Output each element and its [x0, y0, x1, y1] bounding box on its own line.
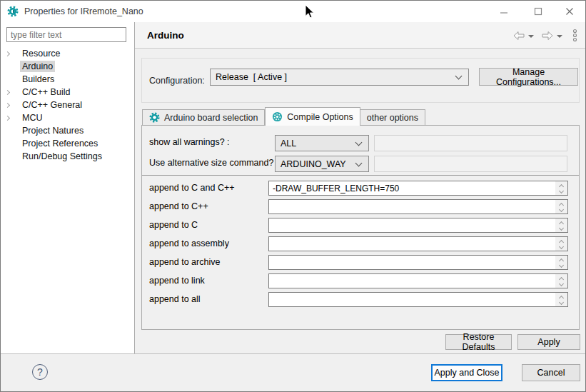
- text-input[interactable]: [269, 218, 555, 232]
- chevron-down-icon: [355, 139, 363, 146]
- field-spinner[interactable]: [555, 181, 567, 195]
- append-archive-input[interactable]: [268, 255, 568, 270]
- window-title: Properties for IRremote_Nano: [24, 6, 143, 16]
- append-all-input[interactable]: [268, 292, 568, 307]
- field-spinner[interactable]: [555, 200, 567, 213]
- maximize-button[interactable]: [530, 5, 546, 18]
- compile-options-panel: show all warnings? : ALL Use alternative…: [141, 125, 580, 330]
- restore-defaults-button[interactable]: Restore Defaults: [445, 334, 512, 350]
- sidebar-item-resource[interactable]: Resource: [1, 47, 134, 60]
- sidebar-item-ccpp-build[interactable]: C/C++ Build: [1, 86, 134, 99]
- text-input[interactable]: [269, 256, 555, 269]
- chevron-right-icon[interactable]: [5, 115, 10, 120]
- select-value: ARDUINO_WAY: [276, 159, 356, 169]
- apply-button[interactable]: Apply: [517, 334, 580, 350]
- configuration-select[interactable]: Release [ Active ]: [210, 69, 469, 86]
- cancel-button[interactable]: Cancel: [522, 364, 580, 381]
- spinner-down-icon[interactable]: [559, 281, 564, 286]
- configuration-group: Configuration: Release [ Active ] Manage…: [141, 58, 580, 103]
- alt-size-command-label: Use alternative size command? :: [149, 158, 278, 168]
- sidebar-item-label: C/C++ Build: [20, 86, 72, 98]
- chevron-down-icon: [355, 159, 363, 166]
- sidebar-item-label: Builders: [20, 74, 56, 85]
- sloeber-gear-icon: [7, 6, 19, 17]
- sidebar-item-label: Project Natures: [20, 125, 86, 136]
- alt-size-command-select[interactable]: ARDUINO_WAY: [275, 156, 369, 172]
- sidebar-item-builders[interactable]: Builders: [1, 73, 134, 86]
- text-input[interactable]: [269, 274, 555, 288]
- section-divider: [142, 175, 579, 176]
- sidebar-item-ccpp-general[interactable]: C/C++ General: [1, 99, 134, 111]
- text-input[interactable]: [269, 200, 555, 213]
- sidebar-item-label: MCU: [20, 112, 44, 124]
- spinner-down-icon[interactable]: [559, 207, 564, 212]
- minimize-button[interactable]: [496, 5, 512, 18]
- alt-size-extra-field-disabled: [374, 156, 567, 172]
- sidebar-item-project-references[interactable]: Project References: [1, 137, 134, 150]
- append-link-label: append to link: [149, 276, 205, 286]
- dialog-button-bar: ? Apply and Close Cancel: [1, 353, 585, 392]
- close-button[interactable]: [562, 5, 577, 18]
- append-assembly-label: append to assembly: [149, 238, 229, 248]
- append-link-input[interactable]: [268, 273, 568, 288]
- append-c-input[interactable]: [268, 218, 568, 233]
- sidebar-item-mcu[interactable]: MCU: [1, 111, 134, 124]
- close-icon: [565, 7, 574, 16]
- sidebar-item-run-debug-settings[interactable]: Run/Debug Settings: [1, 150, 134, 163]
- chevron-right-icon[interactable]: [5, 51, 10, 56]
- sidebar-item-label: Project References: [20, 138, 100, 149]
- tab-label: Arduino board selection: [164, 113, 258, 123]
- chevron-right-icon[interactable]: [5, 89, 10, 94]
- sidebar-item-label: C/C++ General: [20, 99, 84, 111]
- manage-configurations-button[interactable]: Manage Configurations...: [479, 68, 578, 86]
- select-value: ALL: [276, 139, 356, 149]
- append-cpp-input[interactable]: [268, 199, 568, 214]
- spinner-down-icon[interactable]: [559, 300, 564, 305]
- help-button[interactable]: ?: [32, 364, 48, 380]
- apply-and-close-button[interactable]: Apply and Close: [431, 364, 502, 381]
- sidebar-item-label: Arduino: [20, 61, 55, 72]
- spinner-down-icon[interactable]: [559, 226, 564, 231]
- spinner-down-icon[interactable]: [559, 189, 564, 194]
- field-spinner[interactable]: [555, 274, 567, 288]
- chevron-down-icon: [455, 73, 463, 80]
- chevron-right-icon[interactable]: [5, 102, 10, 107]
- append-all-label: append to all: [149, 294, 201, 304]
- properties-dialog: Properties for IRremote_Nano Resource: [0, 0, 586, 392]
- filter-input[interactable]: [6, 27, 126, 42]
- append-c-label: append to C: [149, 220, 198, 230]
- titlebar: Properties for IRremote_Nano: [1, 1, 585, 22]
- field-spinner[interactable]: [555, 218, 567, 232]
- spinner-down-icon[interactable]: [559, 263, 564, 268]
- tab-other-options[interactable]: other options: [360, 109, 425, 125]
- spinner-down-icon[interactable]: [559, 244, 564, 249]
- tab-compile-options[interactable]: Compile Options: [265, 107, 360, 126]
- tab-arduino-board-selection[interactable]: Arduino board selection: [142, 109, 265, 125]
- field-spinner[interactable]: [555, 256, 567, 269]
- append-assembly-input[interactable]: [268, 236, 568, 251]
- sidebar-item-project-natures[interactable]: Project Natures: [1, 124, 134, 137]
- sidebar-item-arduino[interactable]: Arduino: [1, 60, 134, 73]
- append-c-and-cpp-input[interactable]: [268, 181, 568, 196]
- view-menu-dots-icon[interactable]: [572, 29, 578, 42]
- append-c-and-cpp-label: append to C and C++: [149, 183, 235, 193]
- back-history-chevron-down-icon[interactable]: [528, 35, 534, 38]
- text-input[interactable]: [269, 181, 555, 195]
- text-input[interactable]: [269, 237, 555, 251]
- maximize-icon: [534, 7, 542, 16]
- sidebar-item-label: Resource: [20, 48, 63, 59]
- show-all-warnings-select[interactable]: ALL: [275, 135, 369, 151]
- forward-history-chevron-down-icon[interactable]: [557, 35, 562, 38]
- text-input[interactable]: [269, 293, 555, 306]
- show-all-warnings-label: show all warnings? :: [149, 137, 230, 147]
- forward-arrow-icon[interactable]: [542, 31, 553, 41]
- sidebar-item-label: Run/Debug Settings: [20, 151, 104, 162]
- tab-label: other options: [367, 113, 418, 123]
- page-header: Arduino: [135, 22, 585, 49]
- append-cpp-label: append to C++: [149, 201, 208, 211]
- gear-badge-icon: [272, 111, 283, 122]
- field-spinner[interactable]: [555, 237, 567, 251]
- tab-label: Compile Options: [287, 112, 353, 122]
- back-arrow-icon[interactable]: [513, 31, 525, 41]
- field-spinner[interactable]: [555, 293, 567, 306]
